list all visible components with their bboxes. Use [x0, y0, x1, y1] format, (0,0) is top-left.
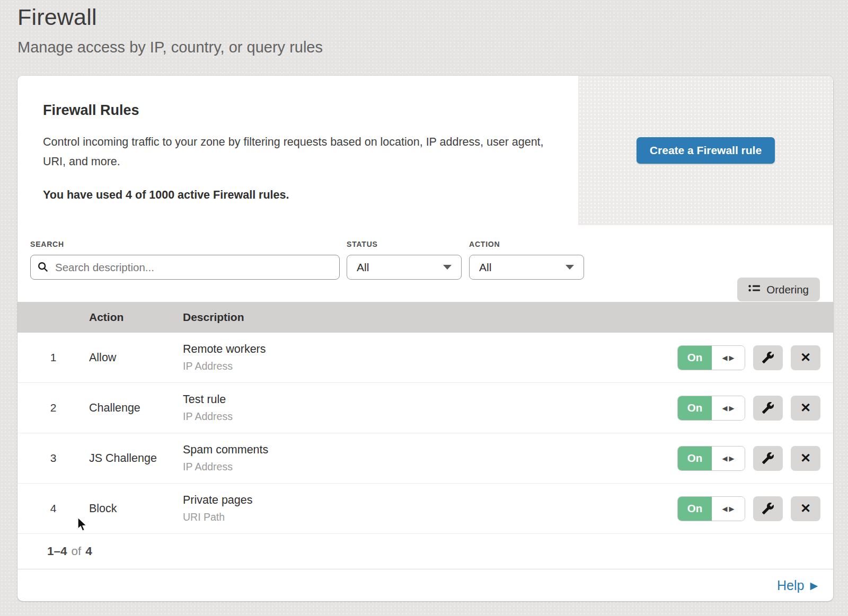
toggle-on-label: On — [678, 497, 712, 521]
search-label: SEARCH — [30, 240, 340, 248]
wrench-icon — [762, 401, 774, 414]
status-selected-value: All — [357, 261, 369, 274]
rule-priority: 4 — [17, 502, 89, 515]
edit-rule-button[interactable] — [753, 446, 783, 471]
action-selected-value: All — [479, 261, 491, 274]
rule-description-title: Test rule — [183, 393, 658, 406]
pagination: 1–4 of 4 — [17, 534, 833, 569]
ordered-list-icon — [748, 284, 760, 295]
chevron-down-icon — [566, 265, 574, 270]
rule-controls: On ◀▶ ✕ — [658, 446, 833, 471]
wrench-icon — [762, 351, 774, 364]
rule-description-title: Remote workers — [183, 343, 658, 356]
toggle-on-label: On — [678, 346, 712, 370]
rule-priority: 3 — [17, 452, 89, 465]
search-icon — [37, 261, 49, 273]
edit-rule-button[interactable] — [753, 345, 783, 370]
table-header: Action Description — [17, 302, 833, 333]
toggle-on-label: On — [678, 396, 712, 420]
delete-rule-button[interactable]: ✕ — [791, 345, 820, 370]
toggle-arrows-icon: ◀▶ — [712, 346, 745, 370]
page-subtitle: Manage access by IP, country, or query r… — [17, 39, 848, 56]
status-label: STATUS — [347, 240, 462, 248]
rule-description: Private pages URI Path — [183, 494, 658, 523]
action-filter: ACTION All — [469, 240, 584, 280]
pagination-of: of — [72, 544, 82, 558]
help-arrow-icon: ▶ — [810, 579, 818, 592]
help-label: Help — [777, 578, 804, 593]
create-rule-panel: Create a Firewall rule — [578, 76, 833, 225]
rule-description-title: Private pages — [183, 494, 658, 507]
wrench-icon — [762, 452, 774, 465]
table-row: 1 Allow Remote workers IP Address On ◀▶ … — [17, 333, 833, 383]
pagination-range: 1–4 — [47, 544, 67, 558]
close-icon: ✕ — [800, 350, 811, 365]
edit-rule-button[interactable] — [753, 496, 783, 521]
close-icon: ✕ — [800, 451, 811, 466]
table-row: 2 Challenge Test rule IP Address On ◀▶ ✕ — [17, 383, 833, 433]
toggle-arrows-icon: ◀▶ — [712, 447, 745, 470]
rule-controls: On ◀▶ ✕ — [658, 345, 833, 370]
delete-rule-button[interactable]: ✕ — [791, 446, 820, 471]
rule-controls: On ◀▶ ✕ — [658, 496, 833, 521]
firewall-rules-card: Firewall Rules Control incoming traffic … — [17, 76, 833, 601]
delete-rule-button[interactable]: ✕ — [791, 496, 820, 521]
table-row: 4 Block Private pages URI Path On ◀▶ ✕ — [17, 484, 833, 534]
card-footer: Help ▶ — [17, 569, 833, 601]
rule-match-field: IP Address — [183, 410, 658, 423]
action-select[interactable]: All — [469, 255, 584, 280]
rule-priority: 1 — [17, 351, 89, 364]
rule-description: Spam comments IP Address — [183, 443, 658, 473]
action-label: ACTION — [469, 240, 584, 248]
toggle-arrows-icon: ◀▶ — [712, 497, 745, 521]
close-icon: ✕ — [800, 400, 811, 415]
pagination-total: 4 — [85, 544, 92, 558]
table-row: 3 JS Challenge Spam comments IP Address … — [17, 433, 833, 484]
rule-enable-toggle[interactable]: On ◀▶ — [677, 496, 745, 521]
create-firewall-rule-button[interactable]: Create a Firewall rule — [637, 137, 775, 164]
rule-match-field: IP Address — [183, 461, 658, 473]
page-header: Firewall Manage access by IP, country, o… — [0, 0, 848, 56]
rule-action: Block — [89, 502, 183, 515]
delete-rule-button[interactable]: ✕ — [791, 396, 820, 421]
rule-action: JS Challenge — [89, 452, 183, 465]
rule-action: Challenge — [89, 401, 183, 415]
rule-description: Test rule IP Address — [183, 393, 658, 423]
help-link[interactable]: Help ▶ — [777, 578, 818, 593]
rule-description-title: Spam comments — [183, 443, 658, 457]
status-select[interactable]: All — [347, 255, 462, 280]
toggle-on-label: On — [678, 447, 712, 470]
search-input[interactable] — [30, 255, 340, 280]
action-column-header: Action — [89, 311, 183, 324]
rule-enable-toggle[interactable]: On ◀▶ — [677, 396, 745, 421]
close-icon: ✕ — [800, 501, 811, 516]
wrench-icon — [762, 502, 774, 515]
status-filter: STATUS All — [347, 240, 462, 280]
rule-controls: On ◀▶ ✕ — [658, 396, 833, 421]
ordering-button[interactable]: Ordering — [737, 278, 820, 301]
chevron-down-icon — [443, 265, 452, 270]
edit-rule-button[interactable] — [753, 396, 783, 421]
ordering-wrap: Ordering — [737, 263, 820, 302]
overview-section: Firewall Rules Control incoming traffic … — [17, 76, 833, 225]
description-column-header: Description — [183, 311, 658, 324]
rule-enable-toggle[interactable]: On ◀▶ — [677, 345, 745, 370]
rule-match-field: URI Path — [183, 511, 658, 523]
overview-heading: Firewall Rules — [43, 102, 546, 119]
rule-match-field: IP Address — [183, 360, 658, 372]
page-title: Firewall — [17, 4, 848, 30]
overview-text: Firewall Rules Control incoming traffic … — [17, 76, 578, 225]
toggle-arrows-icon: ◀▶ — [712, 396, 745, 420]
ordering-label: Ordering — [766, 283, 809, 296]
rule-description: Remote workers IP Address — [183, 343, 658, 372]
search-filter: SEARCH — [30, 240, 340, 280]
rule-action: Allow — [89, 351, 183, 364]
overview-description: Control incoming traffic to your zone by… — [43, 132, 546, 172]
rule-priority: 2 — [17, 401, 89, 414]
usage-summary: You have used 4 of 1000 active Firewall … — [43, 189, 546, 202]
rule-enable-toggle[interactable]: On ◀▶ — [677, 446, 745, 471]
filters-bar: SEARCH STATUS All ACTION All — [17, 225, 833, 302]
